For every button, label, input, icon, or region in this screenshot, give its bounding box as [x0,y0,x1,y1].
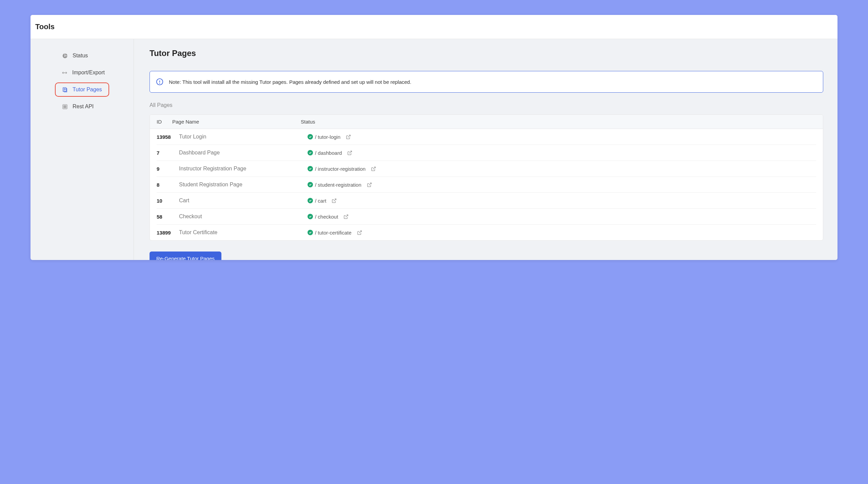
table-row: 7 Dashboard Page / dashboard [157,145,816,161]
row-status: / tutor-login [308,134,816,140]
svg-line-9 [348,135,350,137]
external-link-icon[interactable] [343,214,349,219]
external-link-icon[interactable] [357,230,362,235]
row-id: 8 [157,182,179,188]
check-icon [308,182,313,187]
check-icon [308,230,313,235]
page-title: Tools [35,22,833,31]
import-export-icon [62,70,67,76]
pie-chart-icon [62,53,68,59]
row-name: Checkout [179,213,308,220]
row-name: Instructor Registration Page [179,166,308,172]
header-id: ID [150,119,172,125]
svg-rect-3 [65,105,66,106]
svg-line-12 [369,183,371,185]
row-name: Tutor Certificate [179,229,308,236]
row-slug: / dashboard [315,150,342,156]
external-link-icon[interactable] [332,198,337,203]
app-container: Tools Status Import/Export [31,15,837,260]
table-row: 13958 Tutor Login / tutor-login [157,129,816,145]
row-status: / tutor-certificate [308,230,816,236]
table-row: 8 Student Registration Page / student-re… [157,177,816,193]
table-row: 9 Instructor Registration Page / instruc… [157,161,816,177]
row-slug: / cart [315,198,326,204]
header-page-name: Page Name [172,119,301,125]
svg-line-11 [373,167,375,169]
sidebar-item-label: Import/Export [72,70,105,76]
pages-table: ID Page Name Status 13958 Tutor Login / … [150,114,823,241]
external-link-icon[interactable] [346,134,351,139]
row-name: Student Registration Page [179,182,308,188]
table-row: 10 Cart / cart [157,193,816,209]
row-id: 7 [157,150,179,156]
row-id: 10 [157,198,179,204]
row-status: / dashboard [308,150,816,156]
svg-point-8 [160,83,160,83]
row-name: Cart [179,198,308,204]
info-text: Note: This tool will install all the mis… [169,79,411,85]
row-status: / checkout [308,214,816,220]
content-title: Tutor Pages [150,49,823,58]
sidebar-item-label: Status [73,53,88,59]
check-icon [308,166,313,171]
main-layout: Status Import/Export Tutor Pages [31,39,837,260]
row-id: 58 [157,214,179,220]
pages-icon [62,87,68,93]
row-slug: / tutor-certificate [315,230,352,236]
row-status: / cart [308,198,816,204]
api-icon [62,104,68,110]
sidebar-item-tutor-pages[interactable]: Tutor Pages [55,82,109,97]
sidebar-item-label: Tutor Pages [73,87,102,93]
svg-rect-5 [65,107,66,108]
content: Tutor Pages Note: This tool will install… [134,39,837,260]
info-icon [156,78,163,86]
svg-line-14 [346,215,348,217]
row-status: / student-registration [308,182,816,188]
svg-rect-2 [63,105,64,106]
row-id: 9 [157,166,179,172]
sidebar: Status Import/Export Tutor Pages [31,39,134,260]
regenerate-button[interactable]: Re-Generate Tutor Pages [150,252,221,260]
header-status: Status [301,119,823,125]
external-link-icon[interactable] [367,182,372,187]
check-icon [308,150,313,155]
row-id: 13958 [157,134,179,140]
svg-line-13 [334,199,336,201]
sidebar-item-rest-api[interactable]: Rest API [55,99,109,114]
info-box: Note: This tool will install all the mis… [150,71,823,93]
table-body: 13958 Tutor Login / tutor-login 7 Dashbo… [150,129,823,240]
svg-line-10 [349,151,352,153]
table-row: 58 Checkout / checkout [157,209,816,225]
row-slug: / checkout [315,214,338,220]
table-row: 13899 Tutor Certificate / tutor-certific… [157,225,816,240]
external-link-icon[interactable] [347,150,352,155]
check-icon [308,198,313,203]
check-icon [308,214,313,219]
sidebar-item-import-export[interactable]: Import/Export [55,66,109,80]
row-name: Tutor Login [179,134,308,140]
row-slug: / student-registration [315,182,361,188]
external-link-icon[interactable] [371,166,376,171]
section-label: All Pages [150,102,823,108]
row-slug: / instructor-registration [315,166,366,172]
sidebar-item-label: Rest API [73,104,94,110]
svg-line-15 [359,230,361,233]
check-icon [308,134,313,139]
row-slug: / tutor-login [315,134,340,140]
sidebar-item-status[interactable]: Status [55,49,109,63]
svg-rect-4 [63,107,64,108]
row-id: 13899 [157,230,179,236]
table-header: ID Page Name Status [150,115,823,129]
row-status: / instructor-registration [308,166,816,172]
row-name: Dashboard Page [179,150,308,156]
header: Tools [31,15,837,39]
